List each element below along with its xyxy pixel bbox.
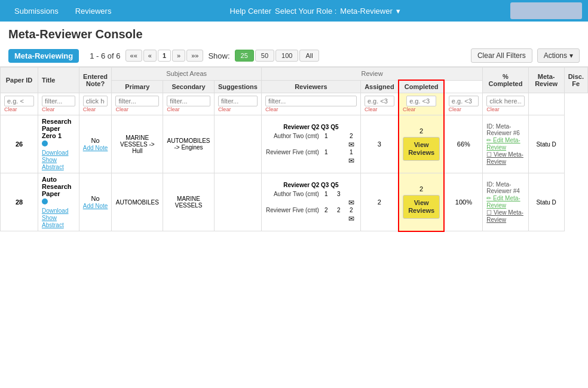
last-page-btn[interactable]: »» <box>186 50 203 62</box>
filter-row: Clear Clear Clear Clear Clear <box>1 93 588 115</box>
filter-paper-id: Clear <box>1 93 38 115</box>
paper-id-clear-link[interactable]: Clear <box>4 106 34 112</box>
suggestions-clear-link[interactable]: Clear <box>218 106 258 112</box>
filter-disc <box>528 93 564 115</box>
filter-suggestions: Clear <box>214 93 261 115</box>
nav-reviewers[interactable]: Reviewers <box>67 0 120 22</box>
entered-note-cell: No Add Note <box>79 173 112 231</box>
pct-completed-cell: 100% <box>444 173 482 231</box>
title-cell: Research Paper Zero 1 Download Show Abst… <box>38 115 79 173</box>
avatar <box>510 2 582 19</box>
secondary-cell: MARINE VESSELS <box>163 173 215 231</box>
edit-meta-review-link[interactable]: ✏ Edit Meta-Review <box>486 195 520 209</box>
view-meta-review-link[interactable]: ☐ View Meta-Review <box>486 209 523 223</box>
completed-cell: 2 View Reviews <box>399 115 445 173</box>
pct-completed-cell: 66% <box>444 115 482 173</box>
col-pct-header: % Completed <box>483 68 528 93</box>
toolbar: Meta-Reviewing 1 - 6 of 6 «« « 1 » »» Sh… <box>0 45 588 67</box>
download-link[interactable]: Download <box>42 149 68 156</box>
first-page-btn[interactable]: «« <box>125 50 142 62</box>
completed-cell: 2 View Reviews <box>399 173 445 231</box>
reviewers-cell: Reviewer Q2 Q3 Q5 Author Two (cmt) 1 2 ✉… <box>261 115 360 173</box>
title-cell: Auto Research Paper Download Show Abstra… <box>38 173 79 231</box>
col-meta-review-header: Meta-Review <box>528 68 564 93</box>
show-abstract-link[interactable]: Show Abstract <box>42 157 64 170</box>
actions-btn[interactable]: Actions ▾ <box>537 48 580 63</box>
filter-reviewers: Clear <box>261 93 360 115</box>
view-reviews-btn[interactable]: View Reviews <box>403 195 440 219</box>
title-clear-link[interactable]: Clear <box>42 106 75 112</box>
meta-review-clear-link[interactable]: Clear <box>486 106 524 112</box>
col-paper-id-header: Paper ID <box>1 68 38 93</box>
title-filter-input[interactable] <box>42 96 75 106</box>
col-suggestions-header: Suggestions <box>214 80 261 93</box>
edit-meta-review-link[interactable]: ✏ Edit Meta-Review <box>486 137 520 151</box>
secondary-clear-link[interactable]: Clear <box>167 106 210 112</box>
add-note-link[interactable]: Add Note <box>83 145 108 151</box>
primary-filter-input[interactable] <box>115 96 159 106</box>
review-group-header: Review <box>261 68 482 81</box>
secondary-filter-input[interactable] <box>167 96 210 106</box>
filter-completed: Clear <box>399 93 445 115</box>
view-reviews-btn[interactable]: View Reviews <box>403 137 440 161</box>
filter-assigned: Clear <box>360 93 399 115</box>
filter-pct: Clear <box>444 93 482 115</box>
disc-cell: Statu D <box>528 173 564 231</box>
filter-secondary: Clear <box>163 93 215 115</box>
pct-filter-input[interactable] <box>449 96 479 106</box>
show-100-btn[interactable]: 100 <box>275 50 298 62</box>
suggestions-filter-input[interactable] <box>218 96 258 106</box>
nav-submissions[interactable]: Submissions <box>6 0 67 22</box>
download-link[interactable]: Download <box>42 207 68 214</box>
entered-note-filter-input[interactable] <box>83 96 108 106</box>
next-page-btn[interactable]: » <box>172 50 185 62</box>
col-disc-header: Disc. Fe <box>564 68 587 93</box>
filter-title: Clear <box>38 93 79 115</box>
completed-clear-link[interactable]: Clear <box>403 106 440 112</box>
show-all-btn[interactable]: All <box>299 50 318 62</box>
col-entered-header: Entered Note? <box>79 68 112 93</box>
subject-areas-group-header: Subject Areas <box>112 68 261 81</box>
assigned-filter-input[interactable] <box>365 96 394 106</box>
prev-page-btn[interactable]: « <box>143 50 157 62</box>
meta-review-cell: ID: Meta-Reviewer #6 ✏ Edit Meta-Review … <box>483 115 528 173</box>
paper-id-filter-input[interactable] <box>4 96 34 106</box>
group-header-row: Paper ID Title Entered Note? Subject Are… <box>1 68 588 81</box>
filter-meta-review: Clear <box>483 93 528 115</box>
page-title-bar: Meta-Reviewer Console <box>0 22 588 45</box>
paper-id-cell: 26 <box>1 115 38 173</box>
reviewers-clear-link[interactable]: Clear <box>265 106 357 112</box>
page1-btn[interactable]: 1 <box>158 50 171 62</box>
assigned-cell: 2 <box>360 173 399 231</box>
pct-clear-link[interactable]: Clear <box>448 106 479 112</box>
entered-note-clear-link[interactable]: Clear <box>83 106 108 112</box>
show-label: Show: <box>208 51 229 60</box>
col-reviewers-header: Reviewers <box>261 80 360 93</box>
main-table-wrap: Paper ID Title Entered Note? Subject Are… <box>0 67 588 232</box>
clear-all-filters-btn[interactable]: Clear All Filters <box>471 48 532 63</box>
reviewers-cell: Reviewer Q2 Q3 Q5 Author Two (cmt) 1 3 ✉… <box>261 173 360 231</box>
show-50-btn[interactable]: 50 <box>255 50 274 62</box>
primary-clear-link[interactable]: Clear <box>115 106 159 112</box>
reviewers-filter-input[interactable] <box>265 96 357 106</box>
meta-review-filter-input[interactable] <box>486 96 524 106</box>
show-25-btn[interactable]: 25 <box>235 50 254 62</box>
assigned-clear-link[interactable]: Clear <box>365 106 394 112</box>
disc-cell: Statu D <box>528 115 564 173</box>
show-buttons: 25 50 100 All <box>235 50 319 62</box>
col-secondary-header: Secondary <box>163 80 215 93</box>
add-note-link[interactable]: Add Note <box>83 203 108 209</box>
primary-cell: MARINE VESSELS -> Hull <box>112 115 163 173</box>
paper-id-cell: 28 <box>1 173 38 231</box>
show-abstract-link[interactable]: Show Abstract <box>42 215 64 228</box>
role-dropdown[interactable]: Meta-Reviewer <box>340 7 392 16</box>
completed-filter-input[interactable] <box>406 96 436 106</box>
col-title-header: Title <box>38 68 79 93</box>
meta-reviewing-badge: Meta-Reviewing <box>8 49 79 63</box>
primary-cell: AUTOMOBILES <box>112 173 163 231</box>
help-center-link[interactable]: Help Center <box>230 7 271 16</box>
top-nav: Submissions Reviewers Help Center Select… <box>0 0 588 22</box>
col-completed-header: Completed <box>399 80 445 93</box>
view-meta-review-link[interactable]: ☐ View Meta-Review <box>486 151 523 165</box>
col-primary-header: Primary <box>112 80 163 93</box>
